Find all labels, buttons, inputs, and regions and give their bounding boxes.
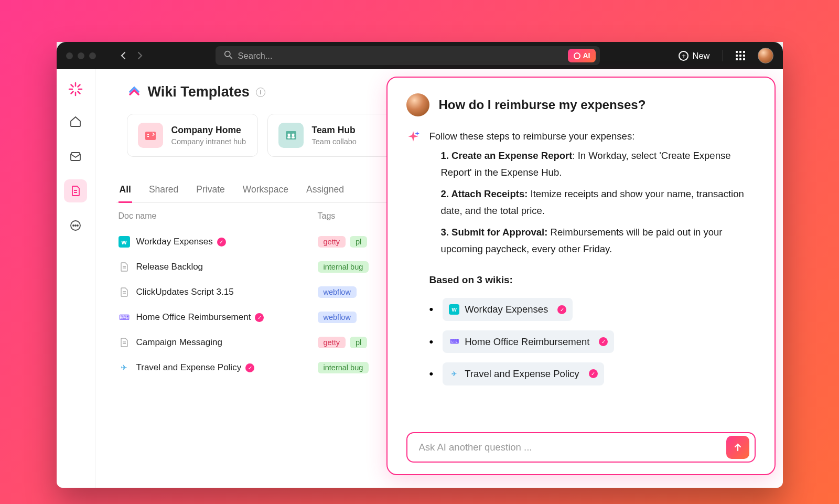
- sidebar-inbox[interactable]: [64, 145, 87, 168]
- search-placeholder: Search...: [238, 51, 563, 61]
- svg-line-7: [78, 92, 80, 94]
- sparkle-icon: [406, 130, 420, 144]
- template-icon: [278, 123, 304, 148]
- app-logo[interactable]: [66, 80, 85, 99]
- ai-step: 1. Create an Expense Report: In Workday,…: [441, 147, 756, 180]
- close-dot[interactable]: [66, 52, 73, 59]
- tag[interactable]: getty: [318, 236, 346, 248]
- user-avatar-small: [406, 93, 429, 116]
- tab-private[interactable]: Private: [195, 179, 225, 202]
- verified-badge: ✓: [255, 313, 264, 322]
- info-icon[interactable]: i: [256, 88, 265, 97]
- clickup-icon: [127, 85, 142, 100]
- ai-input[interactable]: [419, 442, 726, 453]
- wiki-name: Home Office Reimbursement: [465, 334, 589, 350]
- new-label: New: [692, 51, 709, 61]
- doc-name: Campaign Messaging: [136, 337, 222, 348]
- ai-chip[interactable]: AI: [568, 49, 596, 62]
- wiki-source: wWorkday Expenses✓: [429, 298, 756, 320]
- template-card[interactable]: Company Home Company intranet hub: [127, 114, 258, 157]
- template-title: Company Home: [171, 125, 246, 136]
- svg-rect-17: [286, 131, 296, 140]
- sidebar-more[interactable]: [64, 214, 87, 237]
- wiki-name: Workday Expenses: [465, 301, 548, 317]
- doc-icon: [119, 286, 130, 298]
- plane-icon: ✈: [119, 362, 130, 373]
- svg-point-12: [75, 225, 76, 226]
- doc-icon: [119, 261, 130, 273]
- new-button[interactable]: + New: [679, 51, 709, 61]
- tag[interactable]: webflow: [318, 286, 357, 298]
- window-controls: [66, 52, 96, 59]
- wiki-source: ⌨Home Office Reimbursement✓: [429, 330, 756, 353]
- keyboard-icon: ⌨: [449, 337, 459, 347]
- wiki-source: ✈Travel and Expense Policy✓: [429, 362, 756, 385]
- maximize-dot[interactable]: [89, 52, 96, 59]
- template-card[interactable]: Team Hub Team collabo: [267, 114, 399, 157]
- verified-badge: ✓: [217, 238, 226, 246]
- wiki-chip[interactable]: ✈Travel and Expense Policy✓: [443, 362, 604, 385]
- wiki-chip[interactable]: ⌨Home Office Reimbursement✓: [443, 330, 614, 353]
- tag[interactable]: internal bug: [318, 261, 369, 273]
- page-title: Wiki Templates: [148, 84, 250, 100]
- svg-point-0: [224, 51, 230, 56]
- wiki-based-title: Based on 3 wikis:: [429, 272, 756, 288]
- ai-send-button[interactable]: [726, 436, 749, 459]
- tag[interactable]: internal bug: [318, 362, 369, 373]
- svg-point-19: [292, 134, 294, 136]
- app-window: Search... AI + New: [57, 42, 783, 488]
- tag[interactable]: pl: [350, 337, 367, 348]
- verified-badge: ✓: [245, 363, 254, 372]
- tab-all[interactable]: All: [119, 179, 132, 202]
- wiki-name: Travel and Expense Policy: [465, 366, 579, 382]
- doc-name: Home Office Reimbursement: [136, 312, 251, 323]
- workday-icon: w: [119, 236, 130, 248]
- template-subtitle: Company intranet hub: [171, 137, 246, 146]
- ai-step: 2. Attach Receipts: Itemize receipts and…: [441, 186, 756, 219]
- nav-back[interactable]: [116, 48, 131, 63]
- tag[interactable]: getty: [318, 337, 346, 348]
- minimize-dot[interactable]: [78, 52, 84, 59]
- user-avatar[interactable]: [758, 48, 773, 63]
- tag[interactable]: webflow: [318, 312, 357, 323]
- ai-question: How do I reimburse my expenses?: [439, 98, 646, 112]
- search-icon: [224, 50, 233, 61]
- svg-rect-16: [147, 136, 149, 137]
- nav-forward[interactable]: [133, 48, 147, 63]
- tab-workspace[interactable]: Workspace: [242, 179, 289, 202]
- ai-input-wrap: [406, 432, 756, 463]
- svg-rect-20: [287, 136, 291, 138]
- tab-shared[interactable]: Shared: [148, 179, 179, 202]
- plus-circle-icon: +: [679, 51, 689, 61]
- sidebar-home[interactable]: [64, 110, 87, 133]
- doc-name: Workday Expenses: [136, 237, 213, 247]
- doc-name: Release Backlog: [136, 262, 203, 272]
- ai-step: 3. Submit for Approval: Reimbursements w…: [441, 224, 756, 257]
- keyboard-icon: ⌨: [119, 312, 130, 323]
- svg-rect-21: [292, 136, 295, 138]
- doc-name: ClickUpdates Script 3.15: [136, 287, 234, 297]
- tab-assigned[interactable]: Assigned: [305, 179, 345, 202]
- svg-point-13: [77, 225, 78, 226]
- wiki-chip[interactable]: wWorkday Expenses✓: [443, 298, 573, 320]
- sidebar: [57, 69, 95, 488]
- column-docname[interactable]: Doc name: [119, 211, 318, 221]
- svg-point-18: [287, 134, 290, 136]
- verified-badge: ✓: [599, 337, 608, 346]
- ai-dot-icon: [574, 52, 580, 59]
- template-subtitle: Team collabo: [312, 137, 357, 146]
- search-bar[interactable]: Search... AI: [216, 46, 600, 65]
- template-icon: [138, 123, 163, 148]
- sidebar-docs[interactable]: [64, 179, 87, 202]
- workday-icon: w: [449, 304, 459, 315]
- svg-line-1: [230, 56, 232, 58]
- svg-point-11: [73, 225, 74, 226]
- apps-grid-icon[interactable]: [736, 51, 745, 60]
- svg-line-9: [71, 92, 73, 94]
- ai-chip-label: AI: [583, 51, 590, 60]
- ai-intro: Follow these steps to reimburse your exp…: [429, 128, 756, 144]
- ai-panel: How do I reimburse my expenses? Follow t…: [386, 77, 776, 475]
- svg-line-8: [78, 85, 80, 87]
- tag[interactable]: pl: [350, 236, 367, 248]
- titlebar: Search... AI + New: [57, 42, 783, 69]
